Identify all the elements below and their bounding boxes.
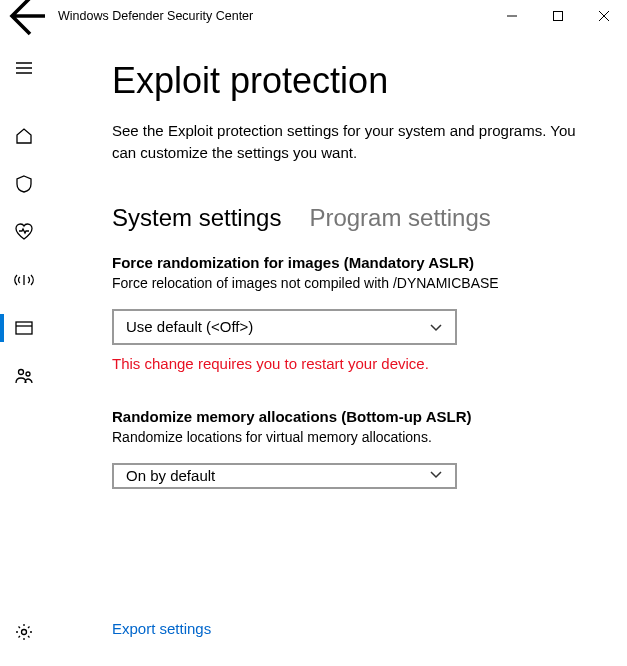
setting-mandatory-aslr: Force randomization for images (Mandator… bbox=[112, 254, 587, 372]
minimize-icon bbox=[507, 11, 517, 21]
setting-title: Randomize memory allocations (Bottom-up … bbox=[112, 408, 587, 425]
network-icon bbox=[14, 270, 34, 290]
sidebar-item-settings[interactable] bbox=[0, 608, 48, 656]
home-icon bbox=[14, 126, 34, 146]
chevron-down-icon bbox=[429, 320, 443, 334]
svg-point-3 bbox=[26, 372, 30, 376]
setting-desc: Randomize locations for virtual memory a… bbox=[112, 429, 587, 445]
window-title: Windows Defender Security Center bbox=[58, 9, 253, 23]
maximize-button[interactable] bbox=[535, 0, 581, 32]
family-icon bbox=[14, 366, 34, 386]
sidebar bbox=[0, 32, 48, 666]
heart-icon bbox=[14, 222, 34, 242]
hamburger-icon bbox=[15, 59, 33, 77]
export-bar: Export settings bbox=[112, 616, 587, 638]
tab-program-settings[interactable]: Program settings bbox=[309, 204, 490, 232]
dropdown-mandatory-aslr[interactable]: Use default (<Off>) bbox=[112, 309, 457, 345]
chevron-down-icon bbox=[429, 467, 443, 481]
setting-bottomup-aslr: Randomize memory allocations (Bottom-up … bbox=[112, 408, 587, 489]
page-title: Exploit protection bbox=[112, 60, 587, 102]
export-settings-link[interactable]: Export settings bbox=[112, 620, 211, 637]
sidebar-item-health[interactable] bbox=[0, 208, 48, 256]
back-button[interactable] bbox=[0, 0, 48, 32]
close-icon bbox=[599, 11, 609, 21]
minimize-button[interactable] bbox=[489, 0, 535, 32]
dropdown-bottomup-aslr[interactable]: On by default bbox=[112, 463, 457, 489]
window-controls bbox=[489, 0, 627, 32]
svg-rect-1 bbox=[16, 322, 32, 334]
tabs: System settings Program settings bbox=[112, 204, 587, 232]
titlebar: Windows Defender Security Center bbox=[0, 0, 627, 32]
dropdown-value: On by default bbox=[126, 467, 215, 484]
restart-warning: This change requires you to restart your… bbox=[112, 355, 587, 372]
sidebar-item-firewall[interactable] bbox=[0, 256, 48, 304]
setting-title: Force randomization for images (Mandator… bbox=[112, 254, 587, 271]
maximize-icon bbox=[553, 11, 563, 21]
sidebar-item-family[interactable] bbox=[0, 352, 48, 400]
app-browser-icon bbox=[14, 318, 34, 338]
tab-system-settings[interactable]: System settings bbox=[112, 204, 281, 232]
svg-point-2 bbox=[19, 370, 24, 375]
shield-icon bbox=[14, 174, 34, 194]
sidebar-item-home[interactable] bbox=[0, 112, 48, 160]
sidebar-item-app-browser[interactable] bbox=[0, 304, 48, 352]
sidebar-item-virus[interactable] bbox=[0, 160, 48, 208]
content-area: Exploit protection See the Exploit prote… bbox=[48, 32, 627, 666]
page-description: See the Exploit protection settings for … bbox=[112, 120, 587, 164]
setting-desc: Force relocation of images not compiled … bbox=[112, 275, 587, 291]
svg-point-4 bbox=[22, 630, 27, 635]
close-button[interactable] bbox=[581, 0, 627, 32]
svg-rect-0 bbox=[554, 12, 563, 21]
gear-icon bbox=[14, 622, 34, 642]
hamburger-button[interactable] bbox=[0, 44, 48, 92]
dropdown-value: Use default (<Off>) bbox=[126, 318, 253, 335]
